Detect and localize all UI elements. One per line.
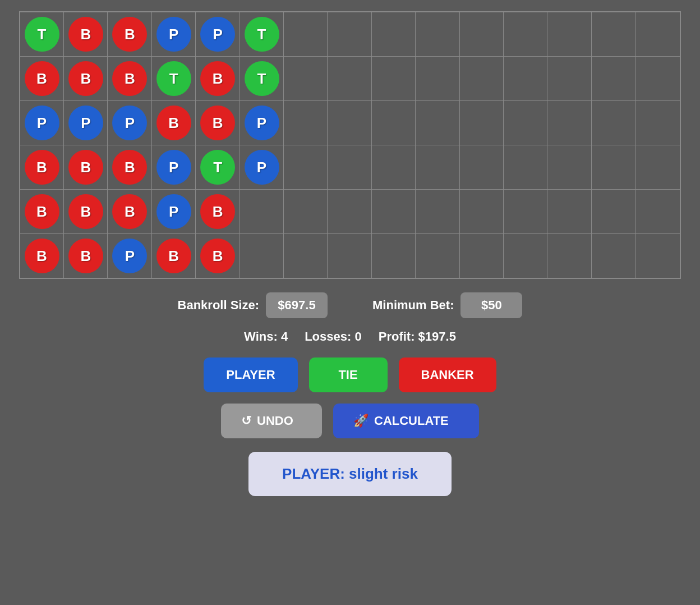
grid-cell[interactable] xyxy=(504,190,547,233)
grid-cell[interactable]: B xyxy=(64,12,108,56)
grid-cell[interactable] xyxy=(284,190,328,233)
grid-cell[interactable] xyxy=(372,145,416,189)
result-box: PLAYER: slight risk xyxy=(248,452,452,496)
grid-cell[interactable] xyxy=(504,101,547,145)
grid-cell[interactable] xyxy=(636,12,680,56)
tie-button[interactable]: TIE xyxy=(309,358,388,392)
grid-cell[interactable] xyxy=(372,234,416,278)
undo-button[interactable]: ↺ UNDO xyxy=(221,404,322,438)
grid-cell[interactable] xyxy=(636,101,680,145)
grid-cell[interactable] xyxy=(416,145,460,189)
grid-cell[interactable]: T xyxy=(240,12,284,56)
grid-cell[interactable]: T xyxy=(240,57,284,100)
grid-cell[interactable]: B xyxy=(152,101,196,145)
grid-cell[interactable]: P xyxy=(240,145,284,189)
calculate-button[interactable]: 🚀 CALCULATE xyxy=(333,404,479,438)
grid-cell[interactable]: B xyxy=(196,234,240,278)
grid-cell[interactable]: B xyxy=(108,190,152,233)
banker-button[interactable]: BANKER xyxy=(399,358,496,392)
grid-cell[interactable]: P xyxy=(152,145,196,189)
grid-cell[interactable] xyxy=(636,145,680,189)
grid-cell[interactable] xyxy=(284,145,328,189)
grid-cell[interactable] xyxy=(328,101,372,145)
grid-cell[interactable]: B xyxy=(196,57,240,100)
grid-cell[interactable]: B xyxy=(108,57,152,100)
grid-cell[interactable] xyxy=(284,57,328,100)
grid-cell[interactable]: T xyxy=(20,12,64,56)
grid-cell[interactable] xyxy=(460,145,504,189)
grid-cell[interactable] xyxy=(548,12,592,56)
grid-cell[interactable]: T xyxy=(152,57,196,100)
grid-cell[interactable]: B xyxy=(20,145,64,189)
grid-cell[interactable]: B xyxy=(108,12,152,56)
grid-cell[interactable] xyxy=(504,234,547,278)
grid-cell[interactable] xyxy=(460,190,504,233)
minimum-bet-value[interactable]: $50 xyxy=(460,292,522,318)
grid-cell[interactable]: B xyxy=(64,190,108,233)
grid-cell[interactable] xyxy=(460,57,504,100)
grid-cell[interactable]: P xyxy=(20,101,64,145)
grid-cell[interactable] xyxy=(328,12,372,56)
grid-cell[interactable]: B xyxy=(196,190,240,233)
grid-cell[interactable] xyxy=(592,234,635,278)
grid-cell[interactable]: P xyxy=(108,234,152,278)
grid-cell[interactable]: P xyxy=(152,190,196,233)
grid-cell[interactable] xyxy=(284,101,328,145)
grid-cell[interactable] xyxy=(460,234,504,278)
grid-cell[interactable] xyxy=(636,190,680,233)
grid-cell[interactable]: B xyxy=(64,57,108,100)
grid-cell[interactable] xyxy=(592,57,635,100)
grid-cell[interactable]: B xyxy=(108,145,152,189)
calculate-icon: 🚀 xyxy=(353,414,369,428)
grid-cell[interactable] xyxy=(504,12,547,56)
grid-cell[interactable]: P xyxy=(108,101,152,145)
grid-cell[interactable] xyxy=(240,234,284,278)
grid-cell[interactable] xyxy=(504,57,547,100)
grid-cell[interactable] xyxy=(548,190,592,233)
grid-cell[interactable] xyxy=(460,101,504,145)
grid-cell[interactable] xyxy=(328,57,372,100)
grid-cell[interactable]: B xyxy=(20,190,64,233)
grid-cell[interactable] xyxy=(592,12,635,56)
grid-cell[interactable] xyxy=(504,145,547,189)
grid-cell[interactable]: B xyxy=(152,234,196,278)
grid-cell[interactable] xyxy=(372,12,416,56)
grid-cell[interactable]: B xyxy=(20,234,64,278)
grid-cell[interactable] xyxy=(592,101,635,145)
grid-cell[interactable] xyxy=(240,190,284,233)
grid-cell[interactable] xyxy=(416,190,460,233)
grid-cell[interactable] xyxy=(460,12,504,56)
grid-cell[interactable]: P xyxy=(196,12,240,56)
grid-cell[interactable] xyxy=(416,101,460,145)
grid-cell[interactable]: P xyxy=(240,101,284,145)
grid-cell[interactable]: P xyxy=(64,101,108,145)
grid-cell[interactable] xyxy=(592,190,635,233)
grid-cell[interactable] xyxy=(328,234,372,278)
grid-cell[interactable] xyxy=(416,57,460,100)
grid-cell[interactable] xyxy=(328,145,372,189)
grid-cell[interactable] xyxy=(416,234,460,278)
grid-cell[interactable] xyxy=(372,190,416,233)
grid-cell[interactable] xyxy=(636,57,680,100)
grid-cell[interactable]: B xyxy=(196,101,240,145)
grid-cell[interactable]: P xyxy=(152,12,196,56)
grid-cell[interactable]: B xyxy=(20,57,64,100)
grid-cell[interactable] xyxy=(372,101,416,145)
grid-cell[interactable] xyxy=(284,12,328,56)
player-button[interactable]: PLAYER xyxy=(204,358,297,392)
grid-cell[interactable] xyxy=(548,57,592,100)
grid-cell[interactable]: B xyxy=(64,234,108,278)
grid-cell[interactable] xyxy=(548,101,592,145)
grid-cell[interactable]: T xyxy=(196,145,240,189)
grid-cell[interactable] xyxy=(548,234,592,278)
grid-cell[interactable] xyxy=(636,234,680,278)
grid-cell[interactable] xyxy=(548,145,592,189)
grid-row: BBBPTP xyxy=(20,145,680,190)
grid-cell[interactable] xyxy=(592,145,635,189)
grid-cell[interactable] xyxy=(328,190,372,233)
bankroll-value[interactable]: $697.5 xyxy=(266,292,328,318)
grid-cell[interactable]: B xyxy=(64,145,108,189)
grid-cell[interactable] xyxy=(372,57,416,100)
grid-cell[interactable] xyxy=(416,12,460,56)
grid-cell[interactable] xyxy=(284,234,328,278)
